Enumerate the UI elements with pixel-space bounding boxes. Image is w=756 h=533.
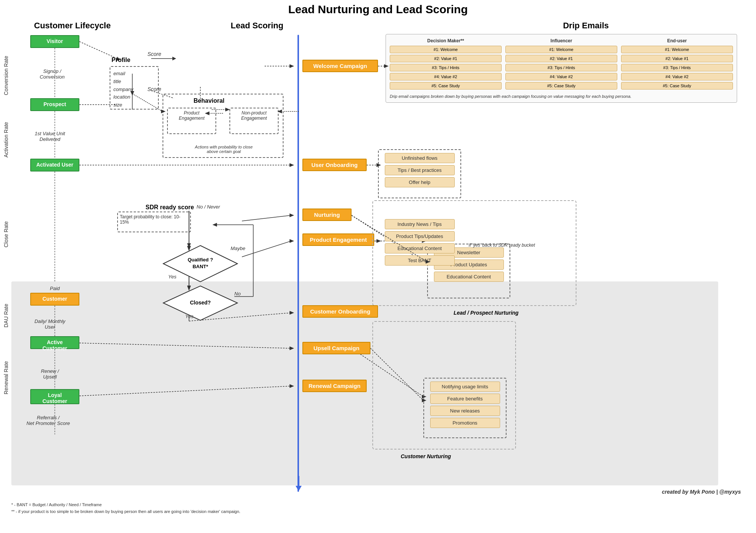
dm-item-5: #5: Case Study [390, 82, 502, 90]
customer-box: Customer [30, 293, 79, 306]
renewal-campaign-box: Renewal Campaign [302, 380, 367, 392]
svg-marker-9 [172, 57, 176, 60]
visitor-box: Visitor [30, 35, 79, 48]
dm-item-4: #4: Value #2 [390, 73, 502, 80]
main-title: Lead Nurturing and Lead Scoring [0, 3, 756, 16]
signup-label: Signup /Conversion [22, 68, 82, 80]
unfinished-flows-tag: Unfinished flows [385, 153, 455, 163]
activated-user-box: Activated User [30, 159, 79, 171]
eu-item-5: #5: Case Study [621, 82, 733, 90]
activation-rate-label: Activation Rate [3, 110, 9, 170]
dm-item-3: #3: Tips / Hints [390, 64, 502, 71]
product-engagement-box: ProductEngagement [167, 108, 216, 134]
user-onboarding-box: User Onboarding [302, 159, 367, 171]
welcome-campaign-box: Welcome Campaign [302, 60, 378, 72]
svg-text:Qualified ?: Qualified ? [187, 257, 213, 263]
no-closed-label: No [234, 291, 241, 297]
credit-label: created by Myk Pono | @myxys [662, 489, 741, 495]
yes-qualified-label: Yes [168, 274, 177, 280]
profile-label: Profile [112, 57, 130, 63]
eu-item-3: #3: Tips / Hints [621, 64, 733, 71]
referrals-label: Referrals /Net Promoter Score [15, 415, 81, 426]
upsell-campaign-box: Upsell Campaign [302, 342, 370, 354]
customer-nurturing-label: Customer Nurturing [401, 453, 451, 459]
loyal-customer-box: LoyalCustomer [30, 389, 79, 404]
maybe-label: Maybe [231, 246, 245, 251]
dm-item-2: #2: Value #1 [390, 55, 502, 62]
target-box: Target probability to close: 10-15% [117, 212, 191, 232]
dau-rate-label: DAU Rate [3, 291, 9, 340]
inf-item-5: #5: Case Study [505, 82, 617, 90]
customer-nurturing-section [372, 321, 516, 450]
lifecycle-header: Customer Lifecycle [34, 21, 111, 31]
end-user-title: End-user [621, 38, 733, 43]
inf-item-1: #1: Welcome [505, 46, 617, 53]
onboarding-emails-box: Unfinished flows Tips / Best practices O… [378, 149, 461, 198]
inf-item-4: #4: Value #2 [505, 73, 617, 80]
eu-item-4: #4: Value #2 [621, 73, 733, 80]
conversion-rate-label: Conversion Rate [3, 45, 9, 106]
svg-marker-25 [290, 239, 294, 243]
behavioral-label: Behavioral [194, 97, 313, 104]
eu-item-1: #1: Welcome [621, 46, 733, 53]
yes-closed-label: Yes [185, 314, 194, 319]
eu-item-2: #2: Value #1 [621, 55, 733, 62]
close-rate-label: Close Rate [3, 185, 9, 283]
decision-maker-persona: Decision Maker** #1: Welcome #2: Value #… [390, 38, 502, 91]
active-customer-box: ActiveCustomer [30, 336, 79, 349]
value-unit-label: 1st Value UnitDelivered [20, 131, 80, 142]
drip-header: Drip Emails [454, 21, 718, 31]
footnote-2: ** - if your product is too simple to be… [11, 509, 240, 514]
tips-best-practices-tag: Tips / Best practices [385, 165, 455, 175]
svg-text:Closed?: Closed? [190, 300, 211, 306]
scoring-header: Lead Scoring [181, 21, 333, 31]
closed-diamond: Closed? [163, 285, 238, 321]
dm-item-1: #1: Welcome [390, 46, 502, 53]
svg-line-6 [79, 42, 117, 59]
sdr-score-label: SDR ready score [146, 204, 194, 211]
inf-item-2: #2: Value #1 [505, 55, 617, 62]
footnote-1: * - BANT = Budget / Authority / Need / T… [11, 502, 102, 507]
svg-text:BANT*: BANT* [192, 264, 208, 269]
product-engagement-orange-box: Product Engagement [302, 233, 374, 246]
actions-label: Actions with probability to closeabove c… [167, 145, 280, 154]
paid-label: Paid [30, 286, 79, 291]
end-user-persona: End-user #1: Welcome #2: Value #1 #3: Ti… [621, 38, 733, 91]
offer-help-tag: Offer help [385, 177, 455, 187]
svg-line-24 [242, 241, 291, 257]
prospect-box: Prospect [30, 98, 79, 111]
svg-marker-23 [290, 213, 294, 217]
score-label-1: Score [147, 51, 161, 57]
svg-marker-15 [290, 64, 294, 68]
customer-onboarding-box: Customer Onboarding [302, 305, 378, 318]
daily-monthly-label: Daily/ MonthlyUser [20, 318, 80, 330]
lead-prospect-nurturing-label: Lead / Prospect Nurturing [454, 310, 519, 316]
svg-line-22 [242, 215, 291, 221]
svg-marker-31 [212, 223, 217, 227]
inf-item-3: #3: Tips / Hints [505, 64, 617, 71]
non-product-engagement-label: Non-productEngagement [230, 108, 278, 123]
renew-upsell-label: Renew /Upsell [23, 368, 76, 380]
no-never-label: No / Never [197, 204, 220, 210]
nurturing-box: Nurturing [302, 209, 352, 221]
behavioral-box: Behavioral ProductEngagement Non-product… [163, 94, 284, 158]
influencer-title: Influencer [505, 38, 617, 43]
personas-row: Decision Maker** #1: Welcome #2: Value #… [390, 38, 733, 91]
non-product-engagement-box: Non-productEngagement [229, 108, 279, 134]
renewal-rate-label: Renewal Rate [3, 344, 9, 412]
product-engagement-label: ProductEngagement [168, 108, 215, 123]
svg-marker-19 [290, 163, 294, 167]
drip-description: Drip email campaigns broken down by buyi… [390, 94, 733, 99]
decision-maker-title: Decision Maker** [390, 38, 502, 43]
lead-prospect-nurturing-section [372, 200, 576, 306]
drip-personas-section: Decision Maker** #1: Welcome #2: Value #… [386, 34, 737, 103]
target-label: Target probability to close: 10-15% [118, 212, 190, 227]
influencer-persona: Influencer #1: Welcome #2: Value #1 #3: … [505, 38, 617, 91]
score-label-2: Score [147, 86, 161, 92]
